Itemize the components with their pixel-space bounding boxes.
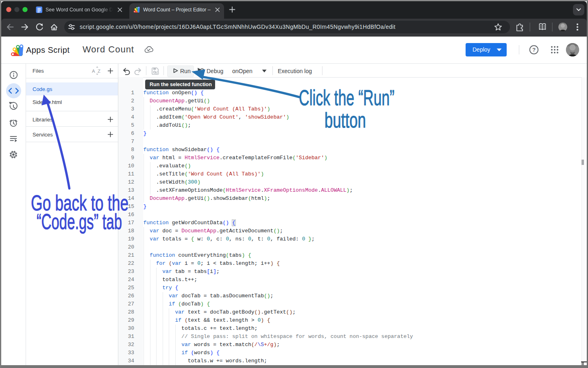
svg-text:Z: Z — [98, 69, 100, 74]
svg-text:button: button — [324, 108, 366, 132]
svg-text:“Code.gs” tab: “Code.gs” tab — [37, 209, 122, 234]
svg-text:Click the “Run”: Click the “Run” — [299, 85, 394, 110]
svg-text:A: A — [92, 69, 95, 74]
svg-text:?: ? — [532, 47, 536, 53]
